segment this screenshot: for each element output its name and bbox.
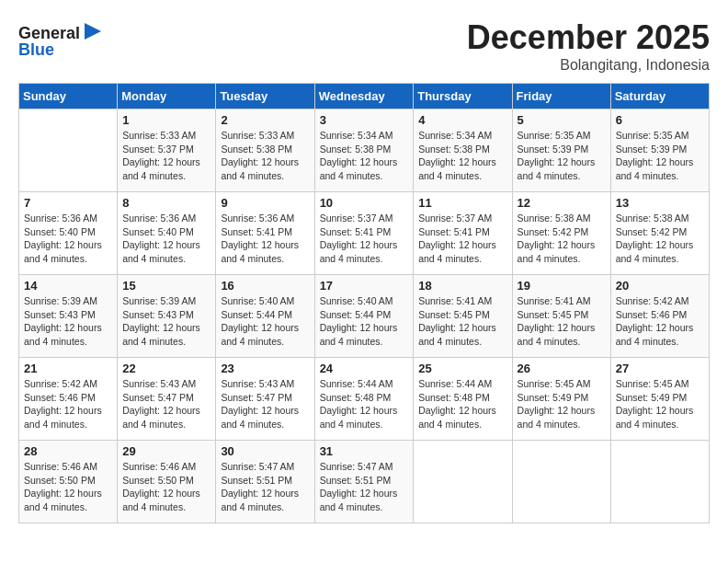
day-number: 2 [221, 113, 309, 127]
weekday-header-thursday: Thursday [414, 84, 512, 109]
day-number: 14 [24, 279, 112, 293]
calendar-cell: 26Sunrise: 5:45 AM Sunset: 5:49 PM Dayli… [512, 358, 610, 441]
day-number: 15 [122, 279, 210, 293]
calendar-cell: 7Sunrise: 5:36 AM Sunset: 5:40 PM Daylig… [19, 192, 118, 275]
day-info: Sunrise: 5:44 AM Sunset: 5:48 PM Dayligh… [418, 377, 506, 431]
calendar-cell: 16Sunrise: 5:40 AM Sunset: 5:44 PM Dayli… [216, 275, 314, 358]
day-info: Sunrise: 5:33 AM Sunset: 5:38 PM Dayligh… [221, 129, 309, 183]
day-info: Sunrise: 5:37 AM Sunset: 5:41 PM Dayligh… [320, 212, 409, 266]
weekday-header-sunday: Sunday [19, 84, 118, 109]
calendar-cell [414, 441, 512, 523]
day-number: 4 [418, 113, 506, 127]
calendar-cell: 13Sunrise: 5:38 AM Sunset: 5:42 PM Dayli… [610, 192, 709, 275]
day-info: Sunrise: 5:44 AM Sunset: 5:48 PM Dayligh… [320, 377, 409, 431]
calendar-cell: 4Sunrise: 5:34 AM Sunset: 5:38 PM Daylig… [414, 109, 512, 192]
day-number: 7 [24, 196, 112, 210]
calendar-cell: 28Sunrise: 5:46 AM Sunset: 5:50 PM Dayli… [19, 441, 118, 523]
calendar-cell: 30Sunrise: 5:47 AM Sunset: 5:51 PM Dayli… [216, 441, 314, 523]
day-number: 6 [616, 113, 704, 127]
day-number: 24 [320, 362, 409, 375]
page-header: General Blue December 2025 Bolangitang, … [18, 18, 710, 74]
svg-marker-2 [85, 23, 101, 40]
calendar-week-row: 1Sunrise: 5:33 AM Sunset: 5:37 PM Daylig… [19, 109, 710, 192]
day-info: Sunrise: 5:35 AM Sunset: 5:39 PM Dayligh… [518, 129, 606, 183]
day-info: Sunrise: 5:38 AM Sunset: 5:42 PM Dayligh… [616, 212, 704, 266]
calendar-cell: 2Sunrise: 5:33 AM Sunset: 5:38 PM Daylig… [216, 109, 314, 192]
day-info: Sunrise: 5:40 AM Sunset: 5:44 PM Dayligh… [320, 294, 409, 349]
day-info: Sunrise: 5:42 AM Sunset: 5:46 PM Dayligh… [24, 377, 112, 431]
day-info: Sunrise: 5:46 AM Sunset: 5:50 PM Dayligh… [24, 460, 112, 514]
calendar-cell: 25Sunrise: 5:44 AM Sunset: 5:48 PM Dayli… [414, 358, 512, 441]
day-info: Sunrise: 5:43 AM Sunset: 5:47 PM Dayligh… [221, 377, 309, 431]
day-info: Sunrise: 5:41 AM Sunset: 5:45 PM Dayligh… [518, 294, 606, 349]
day-info: Sunrise: 5:45 AM Sunset: 5:49 PM Dayligh… [518, 377, 606, 431]
logo-icon: General Blue [18, 18, 101, 60]
day-number: 18 [418, 279, 506, 293]
calendar-cell: 27Sunrise: 5:45 AM Sunset: 5:49 PM Dayli… [610, 358, 709, 441]
calendar-cell: 11Sunrise: 5:37 AM Sunset: 5:41 PM Dayli… [414, 192, 512, 275]
calendar-cell: 14Sunrise: 5:39 AM Sunset: 5:43 PM Dayli… [19, 275, 118, 358]
calendar-cell: 24Sunrise: 5:44 AM Sunset: 5:48 PM Dayli… [314, 358, 414, 441]
day-number: 5 [518, 113, 606, 127]
month-title: December 2025 [467, 18, 710, 57]
calendar-cell: 22Sunrise: 5:43 AM Sunset: 5:47 PM Dayli… [118, 358, 216, 441]
weekday-header-wednesday: Wednesday [314, 84, 414, 109]
calendar-cell: 21Sunrise: 5:42 AM Sunset: 5:46 PM Dayli… [19, 358, 118, 441]
day-info: Sunrise: 5:41 AM Sunset: 5:45 PM Dayligh… [418, 294, 506, 349]
day-info: Sunrise: 5:45 AM Sunset: 5:49 PM Dayligh… [616, 377, 704, 431]
svg-text:Blue: Blue [18, 40, 54, 59]
day-number: 26 [518, 362, 606, 375]
day-info: Sunrise: 5:37 AM Sunset: 5:41 PM Dayligh… [418, 212, 506, 266]
day-number: 25 [418, 362, 506, 375]
day-number: 30 [221, 444, 309, 458]
weekday-header-friday: Friday [512, 84, 610, 109]
calendar-week-row: 14Sunrise: 5:39 AM Sunset: 5:43 PM Dayli… [19, 275, 710, 358]
calendar-cell: 5Sunrise: 5:35 AM Sunset: 5:39 PM Daylig… [512, 109, 610, 192]
day-number: 22 [122, 362, 210, 375]
day-number: 12 [518, 196, 606, 210]
calendar-cell [512, 441, 610, 523]
calendar-week-row: 21Sunrise: 5:42 AM Sunset: 5:46 PM Dayli… [19, 358, 710, 441]
day-number: 1 [122, 113, 210, 127]
day-number: 10 [320, 196, 409, 210]
day-info: Sunrise: 5:47 AM Sunset: 5:51 PM Dayligh… [320, 460, 409, 514]
calendar-cell [19, 109, 118, 192]
calendar-cell: 1Sunrise: 5:33 AM Sunset: 5:37 PM Daylig… [118, 109, 216, 192]
calendar-cell: 12Sunrise: 5:38 AM Sunset: 5:42 PM Dayli… [512, 192, 610, 275]
day-number: 19 [518, 279, 606, 293]
calendar-cell: 20Sunrise: 5:42 AM Sunset: 5:46 PM Dayli… [610, 275, 709, 358]
calendar-week-row: 28Sunrise: 5:46 AM Sunset: 5:50 PM Dayli… [19, 441, 710, 523]
calendar-cell: 23Sunrise: 5:43 AM Sunset: 5:47 PM Dayli… [216, 358, 314, 441]
weekday-header-tuesday: Tuesday [216, 84, 314, 109]
day-info: Sunrise: 5:47 AM Sunset: 5:51 PM Dayligh… [221, 460, 309, 514]
calendar-cell: 15Sunrise: 5:39 AM Sunset: 5:43 PM Dayli… [118, 275, 216, 358]
calendar-cell: 10Sunrise: 5:37 AM Sunset: 5:41 PM Dayli… [314, 192, 414, 275]
day-info: Sunrise: 5:39 AM Sunset: 5:43 PM Dayligh… [122, 294, 210, 349]
logo: General Blue [18, 18, 101, 60]
day-info: Sunrise: 5:34 AM Sunset: 5:38 PM Dayligh… [418, 129, 506, 183]
calendar-cell [610, 441, 709, 523]
calendar-cell: 18Sunrise: 5:41 AM Sunset: 5:45 PM Dayli… [414, 275, 512, 358]
day-number: 16 [221, 279, 309, 293]
day-number: 29 [122, 444, 210, 458]
day-number: 11 [418, 196, 506, 210]
day-info: Sunrise: 5:36 AM Sunset: 5:40 PM Dayligh… [24, 212, 112, 266]
calendar-week-row: 7Sunrise: 5:36 AM Sunset: 5:40 PM Daylig… [19, 192, 710, 275]
calendar-cell: 31Sunrise: 5:47 AM Sunset: 5:51 PM Dayli… [314, 441, 414, 523]
day-number: 27 [616, 362, 704, 375]
day-info: Sunrise: 5:36 AM Sunset: 5:40 PM Dayligh… [122, 212, 210, 266]
svg-text:General: General [18, 24, 80, 42]
day-info: Sunrise: 5:36 AM Sunset: 5:41 PM Dayligh… [221, 212, 309, 266]
day-number: 31 [320, 444, 409, 458]
day-info: Sunrise: 5:42 AM Sunset: 5:46 PM Dayligh… [616, 294, 704, 349]
day-number: 23 [221, 362, 309, 375]
day-info: Sunrise: 5:40 AM Sunset: 5:44 PM Dayligh… [221, 294, 309, 349]
calendar-cell: 17Sunrise: 5:40 AM Sunset: 5:44 PM Dayli… [314, 275, 414, 358]
day-number: 13 [616, 196, 704, 210]
calendar-table: SundayMondayTuesdayWednesdayThursdayFrid… [18, 83, 710, 523]
weekday-header-row: SundayMondayTuesdayWednesdayThursdayFrid… [19, 84, 710, 109]
day-info: Sunrise: 5:34 AM Sunset: 5:38 PM Dayligh… [320, 129, 409, 183]
calendar-cell: 3Sunrise: 5:34 AM Sunset: 5:38 PM Daylig… [314, 109, 414, 192]
calendar-cell: 9Sunrise: 5:36 AM Sunset: 5:41 PM Daylig… [216, 192, 314, 275]
title-block: December 2025 Bolangitang, Indonesia [467, 18, 710, 74]
